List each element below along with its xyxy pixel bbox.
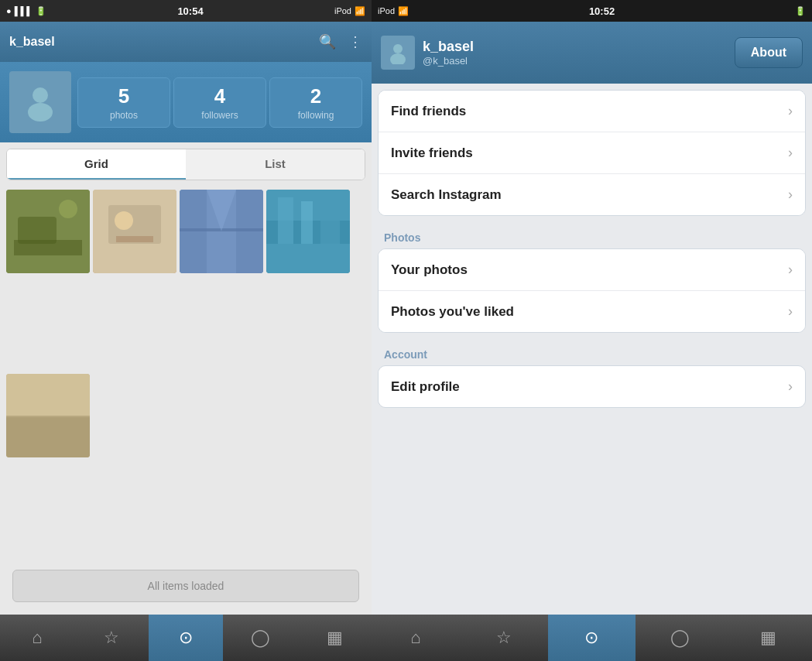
profile-section: 5 photos 4 followers 2 following: [0, 62, 372, 142]
following-count: 2: [310, 84, 321, 108]
photos-liked-item[interactable]: Photos you've liked ›: [379, 291, 805, 332]
right-user-info: k_basel @k_basel: [423, 39, 474, 67]
wifi-icon: ●: [6, 6, 12, 15]
nav-camera-left[interactable]: ⊙: [149, 615, 223, 661]
right-panel: k_basel @k_basel About Find friends › In…: [372, 22, 812, 615]
menu-icon[interactable]: ⋮: [348, 33, 362, 50]
battery-icon: 🔋: [36, 6, 46, 16]
your-photos-item[interactable]: Your photos ›: [379, 249, 805, 291]
wifi-icon-2: 📶: [355, 6, 365, 16]
avatar: [9, 71, 71, 133]
edit-profile-item[interactable]: Edit profile ›: [379, 366, 805, 407]
nav-menu-left[interactable]: ▦: [297, 615, 372, 661]
edit-profile-label: Edit profile: [391, 379, 460, 395]
bottom-nav-container: ⌂ ☆ ⊙ ◯ ▦ ⌂ ☆ ⊙ ◯ ▦: [0, 615, 812, 661]
message-icon-left: ◯: [251, 628, 270, 648]
bottom-nav-right: ⌂ ☆ ⊙ ◯ ▦: [372, 615, 812, 661]
left-extra-icons: iPod 📶: [334, 6, 365, 16]
photos-count: 5: [118, 84, 129, 108]
main-container: k_basel 🔍 ⋮ 5 photos 4 fo: [0, 22, 812, 615]
about-button[interactable]: About: [735, 37, 803, 68]
nav-home-right[interactable]: ⌂: [372, 615, 460, 661]
left-status-icons: ● ▌▌▌ 🔋: [6, 6, 46, 16]
menu-group-friends: Find friends › Invite friends › Search I…: [378, 90, 806, 216]
nav-home-left[interactable]: ⌂: [0, 615, 74, 661]
right-avatar-icon: [386, 41, 409, 64]
left-panel: k_basel 🔍 ⋮ 5 photos 4 fo: [0, 22, 372, 615]
your-photos-chevron: ›: [788, 262, 793, 278]
camera-icon-left: ⊙: [179, 628, 193, 648]
wifi-right-icon: 📶: [398, 6, 409, 16]
ipod-right-label: iPod: [378, 6, 395, 15]
signal-icon: ▌▌▌: [15, 6, 33, 15]
photos-stat[interactable]: 5 photos: [77, 77, 170, 128]
ipod-label: iPod: [334, 6, 351, 15]
svg-rect-5: [14, 240, 82, 255]
svg-rect-3: [18, 217, 57, 244]
svg-point-23: [393, 44, 403, 53]
avatar-silhouette: [21, 83, 60, 122]
right-handle: @k_basel: [423, 55, 474, 67]
view-toggle: Grid List: [6, 149, 365, 180]
following-stat[interactable]: 2 following: [269, 77, 362, 128]
svg-point-24: [390, 53, 406, 64]
nav-favorites-left[interactable]: ☆: [74, 615, 149, 661]
svg-point-0: [33, 87, 48, 103]
right-status-icons: iPod 📶: [378, 6, 409, 16]
search-icon[interactable]: 🔍: [319, 33, 336, 50]
photo-thumb-3[interactable]: [180, 190, 263, 273]
left-clock: 10:54: [177, 5, 203, 17]
home-icon-right: ⌂: [410, 628, 420, 648]
menu-icon-right: ▦: [760, 628, 776, 648]
followers-stat[interactable]: 4 followers: [173, 77, 266, 128]
left-header: k_basel 🔍 ⋮: [0, 22, 372, 62]
nav-favorites-right[interactable]: ☆: [460, 615, 548, 661]
status-bar-right: iPod 📶 10:52 🔋: [372, 0, 812, 22]
menu-icon-left: ▦: [327, 628, 343, 648]
grid-toggle[interactable]: Grid: [7, 149, 186, 180]
photo-thumb-2[interactable]: [93, 190, 176, 273]
nav-messages-left[interactable]: ◯: [223, 615, 297, 661]
invite-friends-label: Invite friends: [391, 146, 473, 161]
followers-label: followers: [201, 110, 238, 121]
following-label: following: [298, 110, 334, 121]
photos-liked-chevron: ›: [788, 303, 793, 320]
svg-point-4: [59, 200, 77, 218]
right-avatar: [381, 36, 415, 70]
home-icon-left: ⌂: [32, 628, 42, 648]
find-friends-item[interactable]: Find friends ›: [379, 91, 805, 132]
search-instagram-label: Search Instagram: [391, 187, 502, 203]
followers-count: 4: [214, 84, 225, 108]
svg-point-1: [28, 103, 53, 122]
status-bars: ● ▌▌▌ 🔋 10:54 iPod 📶 iPod 📶 10:52 🔋: [0, 0, 812, 22]
nav-messages-right[interactable]: ◯: [636, 615, 724, 661]
nav-camera-right[interactable]: ⊙: [548, 615, 636, 661]
all-items-btn: All items loaded: [12, 570, 359, 602]
svg-rect-9: [116, 236, 153, 242]
photo-thumb-5[interactable]: [6, 374, 90, 457]
invite-friends-item[interactable]: Invite friends ›: [379, 132, 805, 174]
search-instagram-item[interactable]: Search Instagram ›: [379, 174, 805, 215]
svg-rect-16: [278, 197, 293, 244]
svg-rect-18: [320, 196, 340, 244]
bottom-nav-left: ⌂ ☆ ⊙ ◯ ▦: [0, 615, 372, 661]
right-header: k_basel @k_basel About: [372, 22, 812, 84]
stats-container: 5 photos 4 followers 2 following: [77, 77, 362, 128]
star-icon-right: ☆: [496, 628, 512, 648]
menu-group-account: Edit profile ›: [378, 365, 806, 408]
nav-menu-right[interactable]: ▦: [724, 615, 812, 661]
photos-label: photos: [110, 110, 138, 121]
photo-thumb-4[interactable]: [266, 190, 350, 273]
svg-rect-21: [6, 374, 90, 416]
photos-section-label: Photos: [372, 222, 812, 248]
all-items-loaded: All items loaded: [0, 557, 372, 615]
left-header-icons: 🔍 ⋮: [319, 33, 362, 50]
svg-point-8: [115, 211, 133, 230]
photo-thumb-1[interactable]: [6, 190, 90, 273]
photos-liked-label: Photos you've liked: [391, 304, 514, 320]
your-photos-label: Your photos: [391, 262, 468, 278]
menu-group-photos: Your photos › Photos you've liked ›: [378, 248, 806, 333]
find-friends-chevron: ›: [788, 103, 793, 119]
list-toggle[interactable]: List: [186, 149, 365, 180]
invite-friends-chevron: ›: [788, 145, 793, 161]
